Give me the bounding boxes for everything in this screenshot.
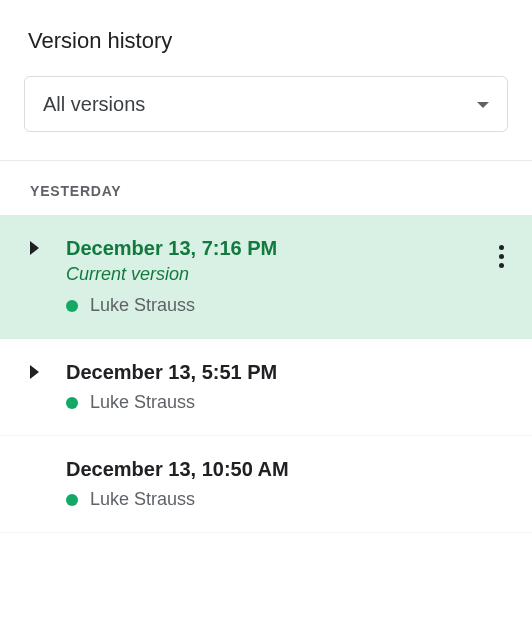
svg-marker-0: [477, 102, 489, 108]
overflow-menu-button[interactable]: [495, 241, 508, 272]
editor-row: Luke Strauss: [66, 392, 510, 413]
version-body: December 13, 5:51 PM Luke Strauss: [66, 361, 510, 413]
expand-col: [30, 361, 66, 379]
version-body: December 13, 7:16 PM Current version Luk…: [66, 237, 510, 316]
dots-vertical-icon: [499, 263, 504, 268]
editor-color-dot: [66, 494, 78, 506]
section-label: YESTERDAY: [0, 161, 532, 215]
expand-triangle-icon[interactable]: [30, 365, 39, 379]
editor-name: Luke Strauss: [90, 392, 195, 413]
filter-selected-label: All versions: [43, 93, 145, 116]
expand-col: [30, 458, 66, 462]
editor-name: Luke Strauss: [90, 489, 195, 510]
version-timestamp: December 13, 10:50 AM: [66, 458, 510, 481]
version-item[interactable]: December 13, 7:16 PM Current version Luk…: [0, 215, 532, 339]
expand-col: [30, 237, 66, 255]
panel-title: Version history: [0, 28, 532, 54]
version-item[interactable]: December 13, 10:50 AM Luke Strauss: [0, 436, 532, 533]
editor-row: Luke Strauss: [66, 489, 510, 510]
editor-name: Luke Strauss: [90, 295, 195, 316]
version-subtitle: Current version: [66, 264, 510, 285]
version-timestamp: December 13, 5:51 PM: [66, 361, 510, 384]
version-item[interactable]: December 13, 5:51 PM Luke Strauss: [0, 339, 532, 436]
dots-vertical-icon: [499, 254, 504, 259]
expand-triangle-icon[interactable]: [30, 241, 39, 255]
version-body: December 13, 10:50 AM Luke Strauss: [66, 458, 510, 510]
editor-color-dot: [66, 300, 78, 312]
editor-color-dot: [66, 397, 78, 409]
version-filter-dropdown[interactable]: All versions: [24, 76, 508, 132]
dots-vertical-icon: [499, 245, 504, 250]
version-history-panel: Version history All versions YESTERDAY D…: [0, 0, 532, 533]
chevron-down-icon: [477, 95, 489, 113]
version-timestamp: December 13, 7:16 PM: [66, 237, 510, 260]
editor-row: Luke Strauss: [66, 295, 510, 316]
